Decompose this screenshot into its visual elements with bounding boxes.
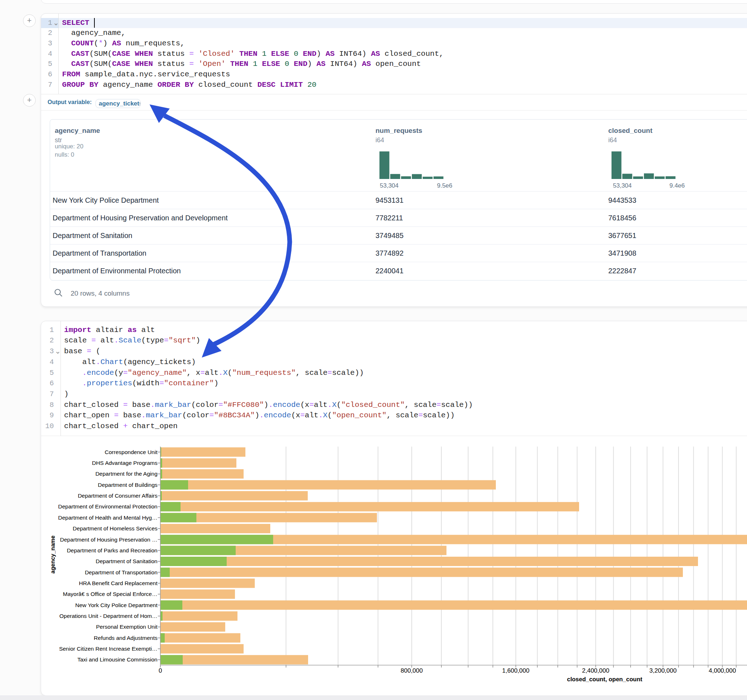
svg-text:Operations Unit - Department o: Operations Unit - Department of Hom…: [59, 613, 157, 619]
svg-text:Personal Exemption Unit: Personal Exemption Unit: [96, 624, 157, 630]
svg-text:DHS Advantage Programs: DHS Advantage Programs: [92, 460, 157, 466]
svg-text:closed_count, open_count: closed_count, open_count: [567, 676, 643, 682]
svg-text:Department for the Aging: Department for the Aging: [95, 471, 157, 477]
svg-text:4,000,000: 4,000,000: [709, 667, 736, 674]
svg-text:Department of Sanitation: Department of Sanitation: [96, 558, 157, 564]
svg-text:0: 0: [159, 667, 162, 674]
svg-text:800,000: 800,000: [401, 667, 423, 674]
svg-text:Taxi and Limousine Commission: Taxi and Limousine Commission: [77, 656, 157, 662]
svg-text:Department of Housing Preserva: Department of Housing Preservation …: [60, 537, 157, 543]
svg-text:Mayorâ€ s Office of Special En: Mayorâ€ s Office of Special Enforce…: [63, 591, 157, 597]
svg-text:New York City Police Departmen: New York City Police Department: [75, 602, 158, 608]
svg-text:1,600,000: 1,600,000: [502, 667, 530, 674]
svg-text:agency_name: agency_name: [50, 536, 56, 573]
svg-text:3,200,000: 3,200,000: [649, 667, 677, 674]
svg-text:Correspondence Unit: Correspondence Unit: [105, 449, 158, 455]
svg-text:2,400,000: 2,400,000: [582, 667, 609, 674]
svg-text:Department of Homeless Service: Department of Homeless Services: [73, 525, 157, 531]
svg-text:HRA Benefit Card Replacement: HRA Benefit Card Replacement: [79, 580, 158, 586]
svg-text:Department of Health and Menta: Department of Health and Mental Hyg…: [58, 514, 157, 520]
svg-text:Department of Consumer Affairs: Department of Consumer Affairs: [78, 493, 157, 499]
svg-text:Department of Transportation: Department of Transportation: [85, 569, 157, 575]
svg-text:Department of Parks and Recrea: Department of Parks and Recreation: [67, 547, 157, 554]
svg-text:Department of Environmental Pr: Department of Environmental Protection: [58, 503, 157, 510]
svg-text:Refunds and Adjustments: Refunds and Adjustments: [94, 635, 157, 641]
svg-text:Department of Buildings: Department of Buildings: [98, 482, 158, 488]
svg-text:Senior Citizen Rent Increase E: Senior Citizen Rent Increase Exempti…: [59, 646, 157, 652]
